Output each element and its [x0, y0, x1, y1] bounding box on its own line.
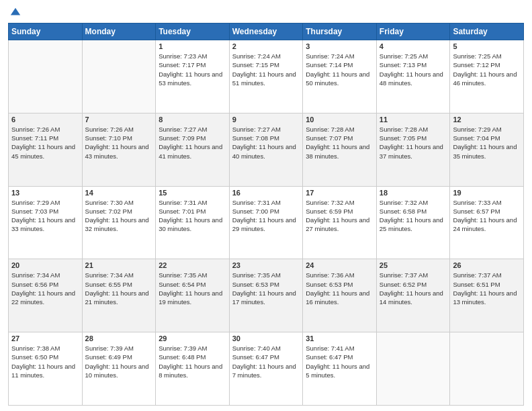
day-info: Sunrise: 7:24 AMSunset: 7:14 PMDaylight:… — [306, 52, 373, 87]
sunset-text: Sunset: 7:05 PM — [380, 134, 427, 142]
calendar-cell — [9, 40, 83, 113]
svg-marker-0 — [11, 8, 20, 15]
calendar-cell: 1Sunrise: 7:23 AMSunset: 7:17 PMDaylight… — [156, 40, 230, 113]
calendar-cell: 18Sunrise: 7:32 AMSunset: 6:58 PMDayligh… — [376, 186, 450, 259]
sunrise-text: Sunrise: 7:32 AM — [380, 199, 428, 206]
sunset-text: Sunset: 6:53 PM — [232, 281, 279, 288]
calendar-cell: 2Sunrise: 7:24 AMSunset: 7:15 PMDaylight… — [229, 40, 303, 113]
day-info: Sunrise: 7:31 AMSunset: 7:01 PMDaylight:… — [159, 198, 226, 234]
day-number: 5 — [453, 42, 521, 50]
calendar-week-1: 1Sunrise: 7:23 AMSunset: 7:17 PMDaylight… — [9, 40, 524, 113]
sunrise-text: Sunrise: 7:31 AM — [159, 199, 207, 206]
daylight-text: Daylight: 11 hours and 41 minutes. — [159, 143, 222, 159]
sunrise-text: Sunrise: 7:34 AM — [85, 271, 134, 279]
calendar-week-2: 6Sunrise: 7:26 AMSunset: 7:11 PMDaylight… — [9, 113, 524, 186]
day-number: 22 — [159, 261, 226, 269]
day-info: Sunrise: 7:37 AMSunset: 6:52 PMDaylight:… — [380, 271, 447, 306]
calendar-cell: 31Sunrise: 7:41 AMSunset: 6:47 PMDayligh… — [303, 332, 377, 406]
day-number: 15 — [159, 189, 226, 197]
day-number: 6 — [11, 116, 79, 124]
sunrise-text: Sunrise: 7:28 AM — [380, 126, 428, 133]
daylight-text: Daylight: 11 hours and 37 minutes. — [380, 143, 443, 159]
col-sunday: Sunday — [9, 24, 83, 40]
sunrise-text: Sunrise: 7:37 AM — [453, 271, 501, 279]
sunrise-text: Sunrise: 7:27 AM — [159, 126, 207, 133]
day-info: Sunrise: 7:27 AMSunset: 7:08 PMDaylight:… — [232, 125, 300, 161]
calendar-cell — [82, 40, 156, 113]
calendar-cell: 20Sunrise: 7:34 AMSunset: 6:56 PMDayligh… — [9, 259, 83, 332]
daylight-text: Daylight: 11 hours and 32 minutes. — [85, 216, 149, 232]
day-number: 7 — [85, 116, 153, 124]
day-info: Sunrise: 7:38 AMSunset: 6:50 PMDaylight:… — [11, 344, 79, 379]
day-info: Sunrise: 7:27 AMSunset: 7:09 PMDaylight:… — [159, 125, 226, 161]
col-friday: Friday — [376, 24, 450, 40]
daylight-text: Daylight: 11 hours and 30 minutes. — [159, 216, 222, 232]
daylight-text: Daylight: 11 hours and 17 minutes. — [232, 289, 296, 306]
day-number: 19 — [453, 189, 521, 197]
page: Sunday Monday Tuesday Wednesday Thursday… — [0, 0, 532, 411]
col-monday: Monday — [82, 24, 156, 40]
day-number: 29 — [159, 334, 226, 342]
col-tuesday: Tuesday — [156, 24, 230, 40]
sunrise-text: Sunrise: 7:35 AM — [159, 271, 207, 279]
day-info: Sunrise: 7:30 AMSunset: 7:02 PMDaylight:… — [85, 198, 153, 234]
sunset-text: Sunset: 7:01 PM — [159, 208, 206, 215]
calendar-cell: 19Sunrise: 7:33 AMSunset: 6:57 PMDayligh… — [450, 186, 524, 259]
sunset-text: Sunset: 7:15 PM — [232, 61, 279, 68]
daylight-text: Daylight: 11 hours and 45 minutes. — [11, 143, 75, 159]
sunset-text: Sunset: 7:17 PM — [159, 61, 206, 68]
daylight-text: Daylight: 11 hours and 35 minutes. — [453, 143, 517, 159]
sunrise-text: Sunrise: 7:25 AM — [380, 52, 428, 60]
day-number: 10 — [306, 116, 373, 124]
calendar-cell: 6Sunrise: 7:26 AMSunset: 7:11 PMDaylight… — [9, 113, 83, 186]
logo-icon — [9, 7, 21, 19]
day-info: Sunrise: 7:31 AMSunset: 7:00 PMDaylight:… — [232, 198, 300, 234]
sunset-text: Sunset: 6:47 PM — [232, 353, 279, 361]
day-info: Sunrise: 7:29 AMSunset: 7:03 PMDaylight:… — [11, 198, 79, 234]
day-number: 2 — [232, 42, 300, 50]
daylight-text: Daylight: 11 hours and 27 minutes. — [306, 216, 369, 232]
calendar-cell: 14Sunrise: 7:30 AMSunset: 7:02 PMDayligh… — [82, 186, 156, 259]
daylight-text: Daylight: 11 hours and 13 minutes. — [453, 289, 517, 306]
sunset-text: Sunset: 6:55 PM — [85, 281, 132, 288]
calendar-cell: 25Sunrise: 7:37 AMSunset: 6:52 PMDayligh… — [376, 259, 450, 332]
sunset-text: Sunset: 6:59 PM — [306, 208, 353, 215]
daylight-text: Daylight: 11 hours and 50 minutes. — [306, 71, 369, 87]
sunset-text: Sunset: 6:47 PM — [306, 353, 353, 361]
calendar-week-4: 20Sunrise: 7:34 AMSunset: 6:56 PMDayligh… — [9, 259, 524, 332]
daylight-text: Daylight: 11 hours and 10 minutes. — [85, 363, 149, 379]
calendar-cell: 29Sunrise: 7:39 AMSunset: 6:48 PMDayligh… — [156, 332, 230, 406]
sunrise-text: Sunrise: 7:24 AM — [306, 52, 354, 60]
calendar-cell: 30Sunrise: 7:40 AMSunset: 6:47 PMDayligh… — [229, 332, 303, 406]
day-info: Sunrise: 7:26 AMSunset: 7:10 PMDaylight:… — [85, 125, 153, 161]
day-number: 9 — [232, 116, 300, 124]
day-number: 13 — [11, 189, 79, 197]
col-thursday: Thursday — [303, 24, 377, 40]
calendar-cell: 12Sunrise: 7:29 AMSunset: 7:04 PMDayligh… — [450, 113, 524, 186]
day-number: 20 — [11, 261, 79, 269]
day-info: Sunrise: 7:41 AMSunset: 6:47 PMDaylight:… — [306, 344, 373, 379]
day-info: Sunrise: 7:39 AMSunset: 6:49 PMDaylight:… — [85, 344, 153, 379]
sunset-text: Sunset: 6:52 PM — [380, 281, 427, 288]
sunrise-text: Sunrise: 7:34 AM — [11, 271, 60, 279]
daylight-text: Daylight: 11 hours and 46 minutes. — [453, 71, 517, 87]
calendar-cell: 27Sunrise: 7:38 AMSunset: 6:50 PMDayligh… — [9, 332, 83, 406]
calendar-cell: 10Sunrise: 7:28 AMSunset: 7:07 PMDayligh… — [303, 113, 377, 186]
day-number: 31 — [306, 334, 373, 342]
sunset-text: Sunset: 6:57 PM — [453, 208, 500, 215]
daylight-text: Daylight: 11 hours and 48 minutes. — [380, 71, 443, 87]
daylight-text: Daylight: 11 hours and 16 minutes. — [306, 289, 369, 306]
sunrise-text: Sunrise: 7:28 AM — [306, 126, 354, 133]
sunset-text: Sunset: 7:04 PM — [453, 134, 500, 142]
day-info: Sunrise: 7:29 AMSunset: 7:04 PMDaylight:… — [453, 125, 521, 161]
sunset-text: Sunset: 7:08 PM — [232, 134, 279, 142]
calendar: Sunday Monday Tuesday Wednesday Thursday… — [8, 23, 524, 406]
sunset-text: Sunset: 7:07 PM — [306, 134, 353, 142]
day-number: 16 — [232, 189, 300, 197]
sunset-text: Sunset: 7:03 PM — [11, 208, 58, 215]
calendar-cell: 15Sunrise: 7:31 AMSunset: 7:01 PMDayligh… — [156, 186, 230, 259]
day-info: Sunrise: 7:32 AMSunset: 6:59 PMDaylight:… — [306, 198, 373, 234]
sunset-text: Sunset: 6:53 PM — [306, 281, 353, 288]
calendar-week-5: 27Sunrise: 7:38 AMSunset: 6:50 PMDayligh… — [9, 332, 524, 406]
calendar-cell: 7Sunrise: 7:26 AMSunset: 7:10 PMDaylight… — [82, 113, 156, 186]
